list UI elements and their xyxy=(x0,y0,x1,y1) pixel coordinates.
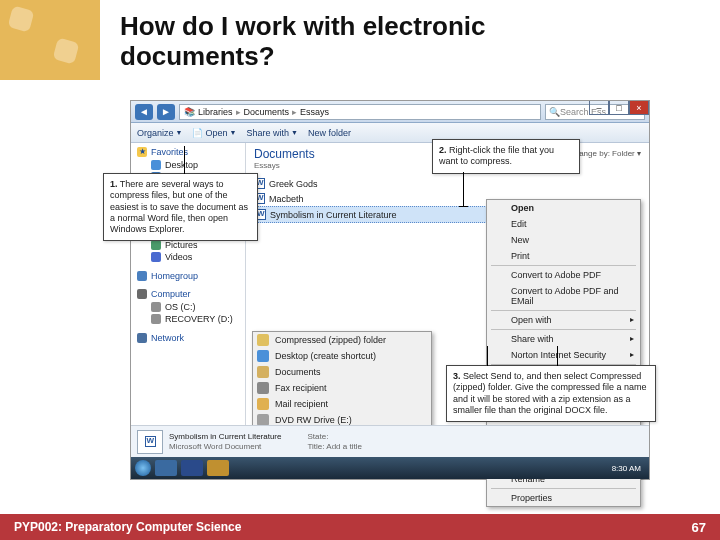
ctx-norton[interactable]: Norton Internet Security xyxy=(487,347,640,363)
pictures-icon xyxy=(151,240,161,250)
word-icon xyxy=(137,430,163,454)
ctx-desktop-shortcut[interactable]: Desktop (create shortcut) xyxy=(253,348,431,364)
organize-menu[interactable]: Organize ▼ xyxy=(137,128,182,138)
file-item[interactable]: Greek Gods xyxy=(254,176,641,191)
maximize-button[interactable]: □ xyxy=(609,101,629,115)
forward-button[interactable]: ► xyxy=(157,104,175,120)
close-button[interactable]: × xyxy=(629,101,649,115)
computer-icon xyxy=(137,289,147,299)
crumb-libraries[interactable]: Libraries xyxy=(198,107,233,117)
callout-3: 3. Select Send to, and then select Compr… xyxy=(446,365,656,422)
drive-icon xyxy=(151,314,161,324)
drive-icon xyxy=(151,302,161,312)
videos-icon xyxy=(151,252,161,262)
titlebar: ◄ ► 📚 Libraries ▸ Documents ▸ Essays 🔍 S… xyxy=(131,101,649,123)
slide-decoration xyxy=(0,0,100,80)
page-number: 67 xyxy=(692,520,706,535)
ctx-edit[interactable]: Edit xyxy=(487,216,640,232)
slide-footer: PYP002: Preparatory Computer Science 67 xyxy=(0,514,720,540)
ctx-convert-email[interactable]: Convert to Adobe PDF and EMail xyxy=(487,283,640,309)
ctx-properties[interactable]: Properties xyxy=(487,490,640,506)
callout-2: 2. Right-click the file that you want to… xyxy=(432,139,580,174)
folder-icon xyxy=(257,366,269,378)
start-button[interactable] xyxy=(135,460,151,476)
taskbar-folder-icon[interactable] xyxy=(207,460,229,476)
sidebar-videos[interactable]: Videos xyxy=(137,251,239,263)
sidebar-network[interactable]: Network xyxy=(137,333,239,343)
ctx-share-with[interactable]: Share with xyxy=(487,331,640,347)
ctx-convert-pdf[interactable]: Convert to Adobe PDF xyxy=(487,267,640,283)
ctx-print[interactable]: Print xyxy=(487,248,640,264)
ctx-mail[interactable]: Mail recipient xyxy=(253,396,431,412)
open-menu[interactable]: 📄 Open ▼ xyxy=(192,128,236,138)
newfolder-button[interactable]: New folder xyxy=(308,128,351,138)
slide-title: How do I work with electronic documents? xyxy=(120,12,600,72)
desktop-icon xyxy=(257,350,269,362)
sidebar-homegroup[interactable]: Homegroup xyxy=(137,271,239,281)
callout-1: 1. There are several ways to compress fi… xyxy=(103,173,258,241)
taskbar: 8:30 AM xyxy=(131,457,649,479)
status-title: Title: Add a title xyxy=(307,442,361,452)
sidebar-favorites[interactable]: ★Favorites xyxy=(137,147,239,157)
status-state: State: xyxy=(307,432,361,442)
homegroup-icon xyxy=(137,271,147,281)
star-icon: ★ xyxy=(137,147,147,157)
breadcrumb[interactable]: 📚 Libraries ▸ Documents ▸ Essays xyxy=(179,104,541,120)
zip-icon xyxy=(257,334,269,346)
status-filename: Symbolism in Current Literature xyxy=(169,432,281,442)
crumb-documents[interactable]: Documents xyxy=(244,107,290,117)
taskbar-clock[interactable]: 8:30 AM xyxy=(612,464,645,473)
mail-icon xyxy=(257,398,269,410)
taskbar-ie-icon[interactable] xyxy=(181,460,203,476)
minimize-button[interactable]: – xyxy=(589,101,609,115)
footer-course: PYP002: Preparatory Computer Science xyxy=(14,520,241,534)
network-icon xyxy=(137,333,147,343)
sidebar-os-drive[interactable]: OS (C:) xyxy=(137,301,239,313)
ctx-documents[interactable]: Documents xyxy=(253,364,431,380)
desktop-icon xyxy=(151,160,161,170)
share-menu[interactable]: Share with ▼ xyxy=(246,128,297,138)
window-controls: – □ × xyxy=(589,101,649,115)
ctx-open-with[interactable]: Open with xyxy=(487,312,640,328)
sendto-submenu: Compressed (zipped) folder Desktop (crea… xyxy=(252,331,432,429)
sidebar-computer[interactable]: Computer xyxy=(137,289,239,299)
status-type: Microsoft Word Document xyxy=(169,442,281,452)
ctx-fax[interactable]: Fax recipient xyxy=(253,380,431,396)
sidebar-recovery-drive[interactable]: RECOVERY (D:) xyxy=(137,313,239,325)
ctx-open[interactable]: Open xyxy=(487,200,640,216)
fax-icon xyxy=(257,382,269,394)
status-bar: Symbolism in Current Literature Microsof… xyxy=(131,425,649,457)
file-pane: Documents Essays Arrange by: Folder ▾ Gr… xyxy=(246,143,649,443)
sidebar-desktop[interactable]: Desktop xyxy=(137,159,239,171)
taskbar-explorer-icon[interactable] xyxy=(155,460,177,476)
ctx-zip[interactable]: Compressed (zipped) folder xyxy=(253,332,431,348)
crumb-essays[interactable]: Essays xyxy=(300,107,329,117)
ctx-new[interactable]: New xyxy=(487,232,640,248)
back-button[interactable]: ◄ xyxy=(135,104,153,120)
screenshot-explorer: – □ × ◄ ► 📚 Libraries ▸ Documents ▸ Essa… xyxy=(130,100,650,480)
